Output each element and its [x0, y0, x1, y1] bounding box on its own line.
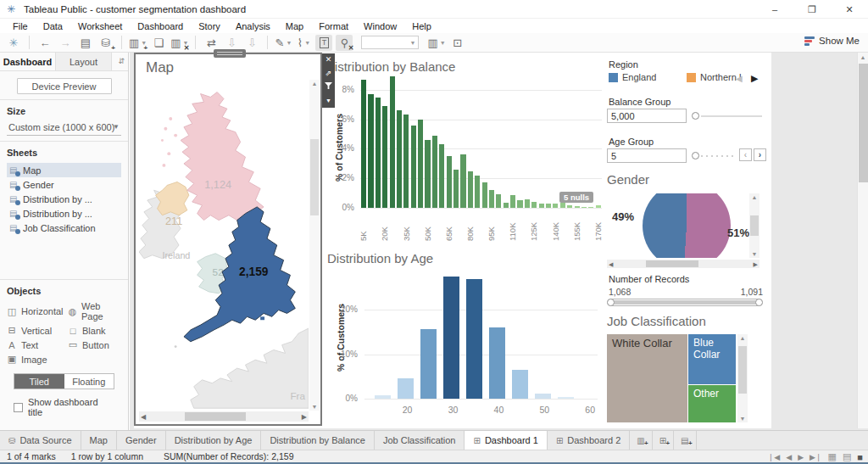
- balance-bar[interactable]: [539, 204, 544, 208]
- balance-bar[interactable]: [460, 154, 465, 208]
- balance-bar[interactable]: [596, 205, 601, 208]
- sheet-tab-distribution-by-age[interactable]: Distribution by Age: [166, 431, 262, 450]
- scroll-up-icon[interactable]: ▲: [309, 81, 320, 87]
- new-worksheet-button[interactable]: ▥+: [630, 431, 652, 450]
- menu-worksheet[interactable]: Worksheet: [70, 21, 130, 31]
- balance-bar[interactable]: [425, 140, 430, 208]
- menu-file[interactable]: File: [5, 21, 36, 31]
- legend-entry-england[interactable]: England: [609, 72, 682, 82]
- gender-horizontal-scrollbar[interactable]: ◀ ▶: [607, 260, 760, 268]
- balance-bar[interactable]: [560, 203, 565, 208]
- balance-bar[interactable]: [411, 126, 416, 208]
- legend-next-icon[interactable]: ▶: [751, 73, 758, 84]
- age-bar[interactable]: [535, 394, 551, 399]
- map-view[interactable]: 52 1,124 211 Ireland 2,159 Fra: [139, 80, 309, 411]
- balance-bar[interactable]: [361, 80, 366, 208]
- menu-map[interactable]: Map: [278, 21, 311, 31]
- job-vertical-scrollbar[interactable]: ▲ ▼: [737, 334, 748, 422]
- balance-bar[interactable]: [397, 110, 402, 208]
- legend-prev-icon[interactable]: ◀: [736, 74, 743, 83]
- menu-help[interactable]: Help: [404, 21, 439, 31]
- fit-dropdown[interactable]: ▼: [361, 36, 419, 49]
- presentation-mode-icon[interactable]: ⊡: [449, 35, 466, 51]
- menu-format[interactable]: Format: [311, 21, 356, 31]
- scroll-up-icon[interactable]: ▲: [737, 335, 748, 341]
- last-page-icon[interactable]: ▶❘: [810, 453, 821, 461]
- duplicate-sheet-icon[interactable]: ❏: [150, 35, 167, 51]
- balance-bar[interactable]: [439, 144, 444, 208]
- sheet-tab-gender[interactable]: Gender: [117, 431, 166, 450]
- balance-bar[interactable]: [468, 171, 473, 209]
- grid-view-icon[interactable]: ▦: [828, 451, 837, 462]
- remove-zone-icon[interactable]: ✕: [326, 55, 332, 65]
- balance-bar[interactable]: [525, 199, 530, 208]
- treemap-node-other[interactable]: Other: [688, 385, 736, 422]
- sheet-tab-dashboard-1[interactable]: ⊞Dashboard 1: [465, 431, 547, 450]
- balance-bar[interactable]: [447, 156, 452, 208]
- new-dashboard-button[interactable]: ⊞+: [653, 431, 674, 450]
- add-data-icon[interactable]: ⛁+: [97, 35, 114, 51]
- age-bar[interactable]: [443, 277, 459, 399]
- balance-group-slider-track[interactable]: [701, 115, 762, 117]
- balance-bar[interactable]: [368, 94, 373, 208]
- first-page-icon[interactable]: ❘◀: [768, 453, 780, 461]
- more-options-icon[interactable]: ▼: [326, 96, 331, 106]
- gender-vertical-scrollbar[interactable]: ▲ ▼: [749, 193, 760, 258]
- age-group-slider-knob[interactable]: [692, 152, 699, 159]
- maximize-button[interactable]: ❐: [793, 0, 831, 19]
- zone-drag-handle[interactable]: [214, 49, 246, 58]
- pane-tab-layout[interactable]: Layout: [56, 53, 112, 70]
- fit-selector-icon[interactable]: ▥▼: [427, 35, 445, 51]
- pane-tab-dashboard[interactable]: Dashboard: [0, 53, 56, 70]
- go-to-sheet-icon[interactable]: ⇗: [326, 69, 332, 79]
- age-bar[interactable]: [398, 378, 414, 399]
- label-icon[interactable]: T: [315, 35, 332, 51]
- distribution-by-balance-zone[interactable]: Distribution by Balance % of Customers 5…: [322, 53, 602, 246]
- sheet-tab-job-classification[interactable]: Job Classification: [375, 431, 465, 450]
- balance-bar[interactable]: [382, 106, 387, 208]
- balance-bar[interactable]: [403, 115, 409, 208]
- object-vertical[interactable]: ⊟Vertical: [7, 325, 68, 336]
- scroll-down-icon[interactable]: ▼: [309, 404, 320, 410]
- highlight-icon[interactable]: ✎▼: [275, 35, 292, 51]
- balance-bar[interactable]: [432, 136, 437, 208]
- map-vertical-scrollbar[interactable]: ▲ ▼: [309, 80, 320, 411]
- balance-bar[interactable]: [588, 207, 593, 208]
- balance-bar[interactable]: [546, 204, 551, 208]
- scroll-down-icon[interactable]: ▼: [749, 251, 760, 257]
- menu-story[interactable]: Story: [191, 21, 228, 31]
- sort-ascending-icon[interactable]: ⇩: [223, 35, 240, 51]
- menu-analysis[interactable]: Analysis: [228, 21, 278, 31]
- show-dashboard-title-checkbox[interactable]: [14, 403, 23, 412]
- scroll-left-icon[interactable]: ◀: [609, 261, 613, 268]
- balance-bar[interactable]: [453, 170, 459, 208]
- age-group-forward-button[interactable]: ›: [754, 148, 766, 161]
- object-web-page[interactable]: ◍Web Page: [68, 301, 121, 321]
- age-group-slider-track[interactable]: [701, 155, 737, 157]
- age-bar[interactable]: [375, 395, 391, 399]
- age-bar[interactable]: [558, 397, 574, 399]
- age-group-back-button[interactable]: ‹: [739, 148, 752, 161]
- sheet-item-map[interactable]: ▤Map: [7, 163, 121, 177]
- sheet-tab-dashboard-2[interactable]: ⊞Dashboard 2: [548, 431, 630, 450]
- treemap-node-blue-collar[interactable]: Blue Collar: [688, 334, 736, 384]
- scroll-right-icon[interactable]: ▶: [754, 261, 758, 268]
- object-image[interactable]: ▣Image: [7, 354, 68, 365]
- map-zone[interactable]: ✕ ⇗ ▼ Map: [134, 53, 322, 426]
- new-worksheet-icon[interactable]: ▥+▼: [129, 35, 147, 51]
- age-bar[interactable]: [512, 370, 528, 399]
- scroll-right-icon[interactable]: ▶: [302, 413, 307, 421]
- collapse-pane-icon[interactable]: ⇵: [118, 57, 125, 65]
- save-icon[interactable]: ▤: [77, 35, 94, 51]
- age-bar[interactable]: [420, 329, 437, 399]
- balance-bar[interactable]: [553, 204, 558, 208]
- sheet-item-distribution-by-[interactable]: ▤Distribution by ...: [7, 206, 121, 221]
- pin-icon[interactable]: ⚲✕: [336, 35, 353, 51]
- age-bar[interactable]: [489, 327, 505, 399]
- balance-bar[interactable]: [504, 203, 509, 208]
- clear-sheet-icon[interactable]: ▥✕▼: [170, 35, 188, 51]
- sheet-tab-map[interactable]: Map: [81, 431, 117, 450]
- distribution-by-age-zone[interactable]: Distribution by Age % of Customers 0%10%…: [322, 246, 602, 428]
- scroll-up-icon[interactable]: ▲: [749, 194, 760, 200]
- object-button[interactable]: ▭Button: [68, 339, 121, 350]
